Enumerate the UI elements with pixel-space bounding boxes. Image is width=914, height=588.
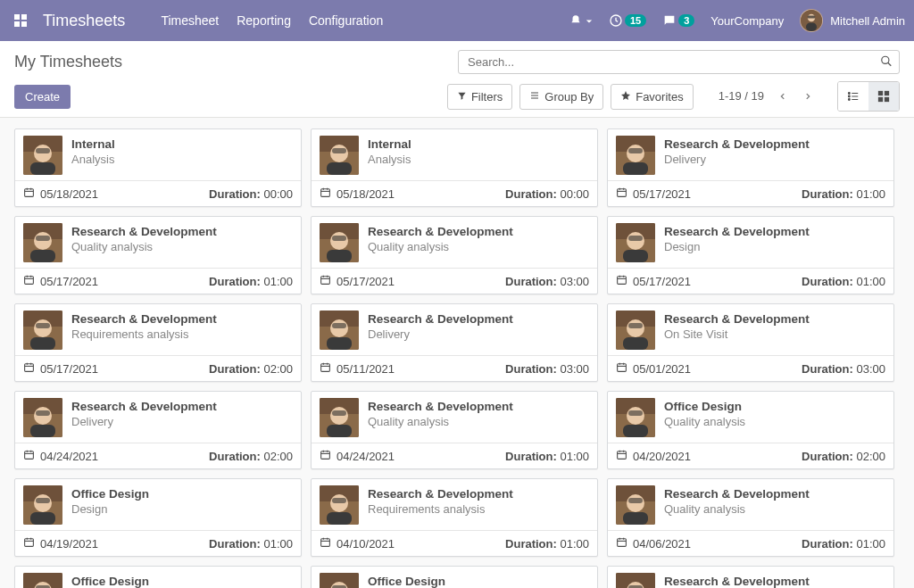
timesheet-card[interactable]: Research & DevelopmentQuality analysis04… — [311, 391, 598, 469]
group-by-button[interactable]: Group By — [519, 84, 603, 110]
company-name: YourCompany — [710, 14, 784, 28]
nav-link-reporting[interactable]: Reporting — [237, 13, 291, 28]
duration-label: Duration: — [505, 187, 557, 201]
svg-rect-118 — [327, 425, 352, 437]
timesheet-card[interactable]: Research & DevelopmentRequirements analy… — [311, 478, 598, 557]
pager-next[interactable] — [798, 87, 818, 106]
timesheet-card[interactable]: Research & DevelopmentDuration: — [607, 566, 894, 588]
search-icon[interactable] — [880, 54, 893, 70]
svg-rect-108 — [36, 410, 50, 416]
timesheet-card[interactable]: InternalAnalysis05/18/2021Duration: 00:0… — [311, 128, 598, 207]
timesheet-card[interactable]: Research & DevelopmentDelivery04/24/2021… — [14, 391, 302, 469]
timesheet-card[interactable]: Office DesignDuration: — [14, 566, 302, 588]
filters-label: Filters — [471, 90, 503, 104]
card-duration: Duration: 03:00 — [505, 275, 589, 288]
calendar-icon — [23, 274, 35, 288]
filters-button[interactable]: Filters — [447, 84, 512, 110]
svg-rect-82 — [30, 337, 55, 350]
activity-icon[interactable]: 15 — [609, 13, 646, 28]
timesheet-card[interactable]: Research & DevelopmentQuality analysis04… — [607, 478, 894, 557]
svg-point-16 — [848, 95, 850, 97]
duration-value: 03:00 — [560, 362, 589, 376]
pager-prev[interactable] — [773, 87, 793, 106]
timesheet-card[interactable]: InternalAnalysis05/18/2021Duration: 00:0… — [14, 128, 302, 207]
calendar-icon — [616, 186, 627, 201]
app-name: Timesheets — [43, 12, 125, 30]
timesheet-card[interactable]: Office DesignQuality analysis04/20/2021D… — [607, 391, 894, 469]
activity-badge: 15 — [625, 14, 646, 27]
card-date: 05/17/2021 — [23, 274, 98, 288]
card-project: Internal — [71, 137, 115, 151]
svg-point-14 — [848, 93, 850, 95]
calendar-icon — [616, 536, 627, 551]
card-avatar-icon — [23, 573, 62, 588]
card-project: Research & Development — [368, 312, 513, 326]
apps-menu-icon[interactable] — [9, 9, 32, 32]
svg-rect-110 — [25, 451, 34, 460]
duration-label: Duration: — [209, 187, 261, 201]
view-switcher — [837, 81, 900, 112]
card-avatar-icon — [320, 398, 359, 437]
svg-rect-99 — [628, 323, 643, 328]
card-date: 04/20/2021 — [616, 449, 691, 463]
control-panel: My Timesheets Create Filters Group By — [0, 41, 914, 118]
svg-rect-83 — [25, 364, 34, 372]
card-date-value: 04/10/2021 — [337, 537, 395, 551]
svg-rect-22 — [878, 97, 883, 102]
card-project: Research & Development — [368, 225, 513, 238]
timesheet-card[interactable]: Office DesignDesign04/19/2021Duration: 0… — [14, 478, 302, 557]
messages-icon[interactable]: 3 — [662, 13, 694, 28]
timesheet-card[interactable]: Research & DevelopmentDelivery05/11/2021… — [311, 303, 598, 382]
card-avatar-icon — [616, 398, 655, 437]
card-date-value: 05/17/2021 — [633, 275, 691, 288]
calendar-icon — [23, 361, 35, 376]
card-avatar-icon — [23, 136, 62, 175]
nav-link-configuration[interactable]: Configuration — [309, 13, 383, 28]
card-avatar-icon — [320, 223, 359, 262]
favorites-button[interactable]: Favorites — [611, 84, 693, 110]
duration-value: 01:00 — [856, 187, 885, 201]
timesheet-card[interactable]: Research & DevelopmentOn Site Visit05/01… — [607, 303, 894, 382]
calendar-icon — [616, 449, 627, 463]
duration-label: Duration: — [802, 537, 853, 551]
timesheet-card[interactable]: Research & DevelopmentQuality analysis05… — [14, 216, 302, 294]
svg-rect-45 — [628, 148, 643, 153]
duration-value: 01:00 — [856, 537, 885, 551]
duration-label: Duration: — [802, 275, 853, 288]
timesheet-card[interactable]: Research & DevelopmentRequirements analy… — [14, 303, 302, 382]
nav-link-timesheet[interactable]: Timesheet — [161, 13, 219, 28]
notifications-icon[interactable] — [569, 14, 593, 28]
card-task: Design — [664, 240, 810, 253]
create-button[interactable]: Create — [14, 85, 71, 109]
duration-value: 01:00 — [263, 275, 293, 288]
duration-label: Duration: — [802, 187, 853, 201]
card-date: 05/18/2021 — [320, 186, 395, 201]
card-avatar-icon — [616, 223, 655, 262]
svg-rect-101 — [618, 364, 627, 372]
card-avatar-icon — [616, 573, 655, 588]
timesheet-card[interactable]: Research & DevelopmentDesign05/17/2021Du… — [607, 216, 894, 294]
card-task: On Site Visit — [664, 327, 810, 341]
card-project: Research & Development — [71, 400, 217, 413]
card-date-value: 05/18/2021 — [337, 187, 395, 201]
user-menu[interactable]: Mitchell Admin — [800, 9, 905, 32]
timesheet-card[interactable]: Office DesignDuration: — [311, 566, 598, 588]
search-input[interactable] — [458, 50, 900, 74]
card-date-value: 04/06/2021 — [633, 537, 691, 551]
svg-rect-109 — [30, 425, 55, 437]
view-kanban-button[interactable] — [868, 82, 899, 111]
company-selector[interactable]: YourCompany — [710, 14, 784, 28]
timesheet-card[interactable]: Research & DevelopmentDelivery05/17/2021… — [607, 128, 894, 207]
svg-rect-74 — [618, 277, 627, 285]
card-date-value: 04/19/2021 — [40, 537, 98, 551]
svg-rect-46 — [623, 162, 648, 175]
list-icon — [529, 90, 540, 104]
card-project: Research & Development — [664, 487, 810, 501]
star-icon — [620, 90, 631, 104]
timesheet-card[interactable]: Research & DevelopmentQuality analysis05… — [311, 216, 598, 294]
card-date-value: 05/18/2021 — [40, 187, 98, 201]
card-project: Office Design — [664, 400, 745, 413]
view-list-button[interactable] — [838, 82, 868, 111]
card-duration: Duration: 01:00 — [505, 450, 589, 463]
card-date: 05/11/2021 — [320, 361, 395, 376]
